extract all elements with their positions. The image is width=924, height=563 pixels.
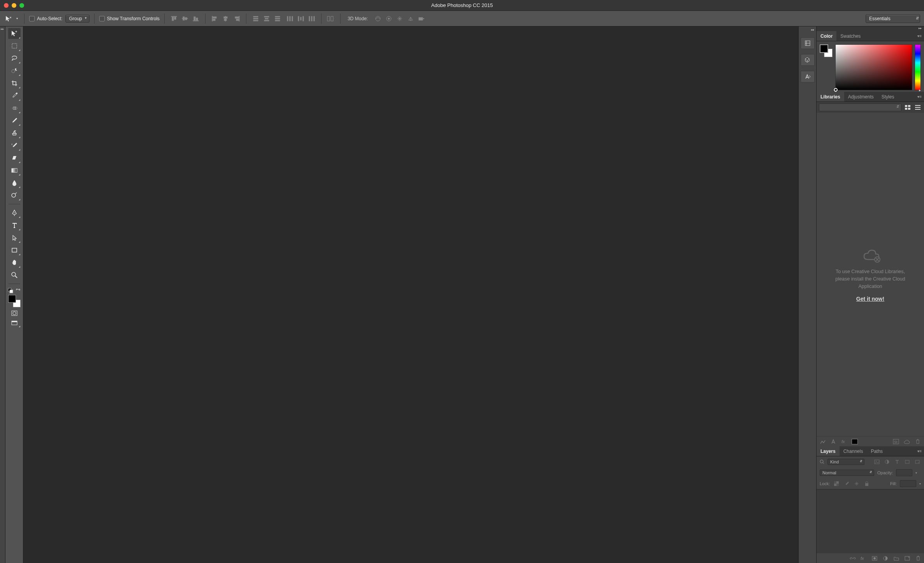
toolbar-collapse-strip[interactable]: ▸▸ xyxy=(0,26,5,563)
type-tool[interactable] xyxy=(8,220,21,231)
cloud-sync-icon[interactable] xyxy=(903,438,911,445)
show-transform-checkbox[interactable]: Show Transform Controls xyxy=(99,16,160,21)
auto-select-checkbox[interactable]: Auto-Select: xyxy=(29,16,62,21)
tab-paths[interactable]: Paths xyxy=(867,446,887,456)
tab-swatches[interactable]: Swatches xyxy=(836,31,864,41)
align-right-edges-button[interactable] xyxy=(232,14,241,23)
fullscreen-window-button[interactable] xyxy=(19,3,24,8)
lock-transparent-icon[interactable] xyxy=(833,481,840,487)
align-left-edges-button[interactable] xyxy=(210,14,220,23)
crop-tool[interactable] xyxy=(8,78,21,89)
eraser-tool[interactable] xyxy=(8,153,21,163)
library-dropdown[interactable] xyxy=(819,103,901,111)
delete-layer-icon[interactable] xyxy=(915,555,922,561)
align-top-edges-button[interactable] xyxy=(169,14,179,23)
pen-tool[interactable] xyxy=(8,207,21,218)
3d-rotate-button[interactable] xyxy=(373,14,383,23)
panel-menu-icon[interactable]: ▾≡ xyxy=(915,34,924,38)
new-layer-icon[interactable] xyxy=(904,555,911,561)
filter-adjust-icon[interactable] xyxy=(884,459,891,465)
stock-icon[interactable]: St xyxy=(892,438,900,445)
distribute-right-button[interactable] xyxy=(307,14,316,23)
gradient-tool[interactable] xyxy=(8,165,21,176)
blur-tool[interactable] xyxy=(8,177,21,188)
align-bottom-edges-button[interactable] xyxy=(191,14,200,23)
quick-select-tool[interactable] xyxy=(8,65,21,76)
quick-mask-button[interactable] xyxy=(8,309,21,317)
layer-fx-icon[interactable]: fx xyxy=(860,555,867,561)
tab-channels[interactable]: Channels xyxy=(840,446,867,456)
adjustment-layer-icon[interactable] xyxy=(882,555,889,561)
layer-group-icon[interactable] xyxy=(893,555,900,561)
3d-slide-button[interactable] xyxy=(406,14,415,23)
add-graphic-icon[interactable] xyxy=(819,438,827,445)
tab-layers[interactable]: Layers xyxy=(817,446,840,456)
panel-menu-icon[interactable]: ▾≡ xyxy=(915,449,924,453)
auto-select-mode-dropdown[interactable]: Group xyxy=(65,15,89,23)
filter-shape-icon[interactable] xyxy=(904,459,911,465)
screen-mode-button[interactable] xyxy=(8,319,21,328)
distribute-left-button[interactable] xyxy=(285,14,295,23)
distribute-vcenter-button[interactable] xyxy=(262,14,271,23)
foreground-background-color[interactable] xyxy=(8,295,21,307)
filter-smart-icon[interactable] xyxy=(914,459,921,465)
clone-stamp-tool[interactable] xyxy=(8,128,21,139)
history-brush-tool[interactable] xyxy=(8,140,21,151)
opacity-input[interactable] xyxy=(896,469,912,476)
panels-collapse-arrow[interactable]: ▸▸ xyxy=(817,26,924,31)
panel-menu-icon[interactable]: ▾≡ xyxy=(915,95,924,99)
hand-tool[interactable] xyxy=(8,257,21,268)
fill-input[interactable] xyxy=(900,480,916,487)
default-colors-icon[interactable] xyxy=(8,288,13,293)
3d-scale-button[interactable] xyxy=(417,14,426,23)
foreground-color-swatch[interactable] xyxy=(8,295,16,303)
color-field[interactable] xyxy=(835,44,912,90)
3d-drag-button[interactable] xyxy=(395,14,404,23)
tab-libraries[interactable]: Libraries xyxy=(817,92,844,102)
align-hcenter-button[interactable] xyxy=(221,14,230,23)
add-layer-style-icon[interactable]: fx xyxy=(841,438,848,445)
character-dock-icon[interactable] xyxy=(801,71,815,82)
rectangle-tool[interactable] xyxy=(8,245,21,256)
hue-slider[interactable] xyxy=(915,44,921,90)
tab-styles[interactable]: Styles xyxy=(878,92,898,102)
move-tool[interactable] xyxy=(8,28,21,39)
add-char-style-icon[interactable] xyxy=(830,438,838,445)
tab-color[interactable]: Color xyxy=(817,31,836,41)
marquee-tool[interactable] xyxy=(8,40,21,51)
path-select-tool[interactable] xyxy=(8,232,21,243)
add-color-swatch-icon[interactable] xyxy=(852,439,858,444)
dodge-tool[interactable] xyxy=(8,190,21,201)
distribute-hcenter-button[interactable] xyxy=(296,14,306,23)
lock-all-icon[interactable] xyxy=(863,481,870,487)
trash-icon[interactable] xyxy=(914,438,922,445)
align-vcenter-button[interactable] xyxy=(180,14,190,23)
filter-kind-dropdown[interactable]: Kind xyxy=(827,459,864,465)
lock-position-icon[interactable] xyxy=(853,481,860,487)
layer-mask-icon[interactable] xyxy=(871,555,878,561)
distribute-top-button[interactable] xyxy=(251,14,260,23)
grid-view-icon[interactable] xyxy=(904,104,912,111)
minimize-window-button[interactable] xyxy=(12,3,16,8)
eyedropper-tool[interactable] xyxy=(8,90,21,101)
filter-pixel-icon[interactable] xyxy=(873,459,880,465)
current-tool-move-icon[interactable] xyxy=(4,14,13,23)
3d-roll-button[interactable] xyxy=(384,14,393,23)
tab-adjustments[interactable]: Adjustments xyxy=(844,92,878,102)
distribute-bottom-button[interactable] xyxy=(273,14,282,23)
get-it-now-link[interactable]: Get it now! xyxy=(856,296,884,302)
fg-color-swatch[interactable] xyxy=(820,44,828,53)
history-dock-icon[interactable] xyxy=(801,37,815,49)
list-view-icon[interactable] xyxy=(914,104,922,111)
link-layers-icon[interactable] xyxy=(849,555,856,561)
properties-dock-icon[interactable] xyxy=(801,54,815,66)
zoom-tool[interactable] xyxy=(8,270,21,281)
auto-align-button[interactable] xyxy=(326,14,336,23)
lock-image-icon[interactable] xyxy=(843,481,850,487)
blend-mode-dropdown[interactable]: Normal xyxy=(820,470,874,476)
tool-preset-dropdown[interactable]: ▾ xyxy=(16,17,18,20)
workspace-dropdown[interactable]: Essentials xyxy=(866,14,920,23)
fg-bg-swatches[interactable] xyxy=(820,44,833,89)
swap-colors-icon[interactable] xyxy=(15,288,21,293)
lasso-tool[interactable] xyxy=(8,53,21,64)
